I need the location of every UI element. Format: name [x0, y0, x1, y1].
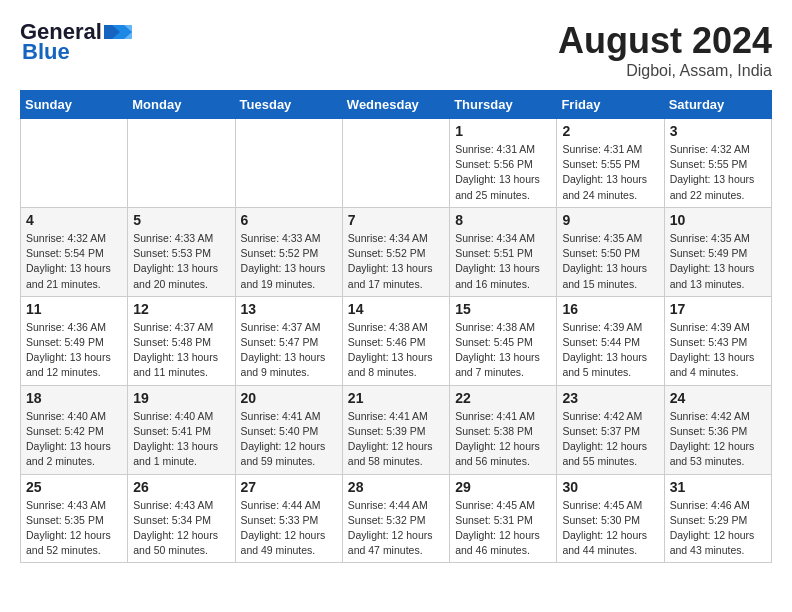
day-number: 19 [133, 390, 229, 406]
day-number: 3 [670, 123, 766, 139]
day-number: 15 [455, 301, 551, 317]
calendar-day: 30Sunrise: 4:45 AM Sunset: 5:30 PM Dayli… [557, 474, 664, 563]
calendar-day: 5Sunrise: 4:33 AM Sunset: 5:53 PM Daylig… [128, 207, 235, 296]
day-info: Sunrise: 4:41 AM Sunset: 5:39 PM Dayligh… [348, 409, 444, 470]
day-info: Sunrise: 4:45 AM Sunset: 5:30 PM Dayligh… [562, 498, 658, 559]
calendar-day: 6Sunrise: 4:33 AM Sunset: 5:52 PM Daylig… [235, 207, 342, 296]
day-info: Sunrise: 4:32 AM Sunset: 5:54 PM Dayligh… [26, 231, 122, 292]
day-info: Sunrise: 4:31 AM Sunset: 5:55 PM Dayligh… [562, 142, 658, 203]
weekday-header: Monday [128, 91, 235, 119]
day-number: 12 [133, 301, 229, 317]
day-info: Sunrise: 4:39 AM Sunset: 5:44 PM Dayligh… [562, 320, 658, 381]
calendar-week: 4Sunrise: 4:32 AM Sunset: 5:54 PM Daylig… [21, 207, 772, 296]
day-info: Sunrise: 4:42 AM Sunset: 5:36 PM Dayligh… [670, 409, 766, 470]
logo-icon [104, 25, 132, 41]
day-info: Sunrise: 4:40 AM Sunset: 5:42 PM Dayligh… [26, 409, 122, 470]
title-block: August 2024 Digboi, Assam, India [558, 20, 772, 80]
calendar-day: 21Sunrise: 4:41 AM Sunset: 5:39 PM Dayli… [342, 385, 449, 474]
day-info: Sunrise: 4:40 AM Sunset: 5:41 PM Dayligh… [133, 409, 229, 470]
calendar-day: 1Sunrise: 4:31 AM Sunset: 5:56 PM Daylig… [450, 119, 557, 208]
day-info: Sunrise: 4:32 AM Sunset: 5:55 PM Dayligh… [670, 142, 766, 203]
day-info: Sunrise: 4:37 AM Sunset: 5:47 PM Dayligh… [241, 320, 337, 381]
calendar-day: 3Sunrise: 4:32 AM Sunset: 5:55 PM Daylig… [664, 119, 771, 208]
day-info: Sunrise: 4:35 AM Sunset: 5:49 PM Dayligh… [670, 231, 766, 292]
calendar-day: 10Sunrise: 4:35 AM Sunset: 5:49 PM Dayli… [664, 207, 771, 296]
calendar-day: 9Sunrise: 4:35 AM Sunset: 5:50 PM Daylig… [557, 207, 664, 296]
day-number: 27 [241, 479, 337, 495]
day-number: 18 [26, 390, 122, 406]
calendar-day: 8Sunrise: 4:34 AM Sunset: 5:51 PM Daylig… [450, 207, 557, 296]
day-number: 9 [562, 212, 658, 228]
calendar-week: 1Sunrise: 4:31 AM Sunset: 5:56 PM Daylig… [21, 119, 772, 208]
logo-blue: Blue [20, 40, 70, 64]
calendar-day: 13Sunrise: 4:37 AM Sunset: 5:47 PM Dayli… [235, 296, 342, 385]
calendar-day: 18Sunrise: 4:40 AM Sunset: 5:42 PM Dayli… [21, 385, 128, 474]
day-number: 7 [348, 212, 444, 228]
calendar-week: 18Sunrise: 4:40 AM Sunset: 5:42 PM Dayli… [21, 385, 772, 474]
day-number: 1 [455, 123, 551, 139]
day-info: Sunrise: 4:41 AM Sunset: 5:40 PM Dayligh… [241, 409, 337, 470]
weekday-header: Wednesday [342, 91, 449, 119]
page-header: General Blue August 2024 Digboi, Assam, … [20, 20, 772, 80]
day-info: Sunrise: 4:36 AM Sunset: 5:49 PM Dayligh… [26, 320, 122, 381]
weekday-header: Thursday [450, 91, 557, 119]
calendar-day [21, 119, 128, 208]
calendar-day: 11Sunrise: 4:36 AM Sunset: 5:49 PM Dayli… [21, 296, 128, 385]
day-info: Sunrise: 4:42 AM Sunset: 5:37 PM Dayligh… [562, 409, 658, 470]
calendar-header: SundayMondayTuesdayWednesdayThursdayFrid… [21, 91, 772, 119]
day-number: 11 [26, 301, 122, 317]
day-info: Sunrise: 4:45 AM Sunset: 5:31 PM Dayligh… [455, 498, 551, 559]
weekday-header: Tuesday [235, 91, 342, 119]
day-info: Sunrise: 4:44 AM Sunset: 5:32 PM Dayligh… [348, 498, 444, 559]
weekday-header: Sunday [21, 91, 128, 119]
day-number: 13 [241, 301, 337, 317]
day-info: Sunrise: 4:46 AM Sunset: 5:29 PM Dayligh… [670, 498, 766, 559]
weekday-header: Saturday [664, 91, 771, 119]
day-info: Sunrise: 4:37 AM Sunset: 5:48 PM Dayligh… [133, 320, 229, 381]
calendar-body: 1Sunrise: 4:31 AM Sunset: 5:56 PM Daylig… [21, 119, 772, 563]
day-info: Sunrise: 4:34 AM Sunset: 5:51 PM Dayligh… [455, 231, 551, 292]
day-number: 31 [670, 479, 766, 495]
calendar-day: 22Sunrise: 4:41 AM Sunset: 5:38 PM Dayli… [450, 385, 557, 474]
weekday-header: Friday [557, 91, 664, 119]
day-info: Sunrise: 4:31 AM Sunset: 5:56 PM Dayligh… [455, 142, 551, 203]
day-number: 16 [562, 301, 658, 317]
calendar-day: 12Sunrise: 4:37 AM Sunset: 5:48 PM Dayli… [128, 296, 235, 385]
day-number: 17 [670, 301, 766, 317]
day-info: Sunrise: 4:44 AM Sunset: 5:33 PM Dayligh… [241, 498, 337, 559]
day-info: Sunrise: 4:34 AM Sunset: 5:52 PM Dayligh… [348, 231, 444, 292]
day-number: 14 [348, 301, 444, 317]
calendar-day: 15Sunrise: 4:38 AM Sunset: 5:45 PM Dayli… [450, 296, 557, 385]
calendar-day: 14Sunrise: 4:38 AM Sunset: 5:46 PM Dayli… [342, 296, 449, 385]
calendar-day [342, 119, 449, 208]
calendar-day: 24Sunrise: 4:42 AM Sunset: 5:36 PM Dayli… [664, 385, 771, 474]
month-year: August 2024 [558, 20, 772, 62]
logo: General Blue [20, 20, 132, 64]
day-number: 26 [133, 479, 229, 495]
day-number: 30 [562, 479, 658, 495]
calendar-day: 29Sunrise: 4:45 AM Sunset: 5:31 PM Dayli… [450, 474, 557, 563]
day-info: Sunrise: 4:41 AM Sunset: 5:38 PM Dayligh… [455, 409, 551, 470]
calendar-day: 23Sunrise: 4:42 AM Sunset: 5:37 PM Dayli… [557, 385, 664, 474]
day-number: 6 [241, 212, 337, 228]
calendar-day: 7Sunrise: 4:34 AM Sunset: 5:52 PM Daylig… [342, 207, 449, 296]
day-number: 28 [348, 479, 444, 495]
calendar-day: 31Sunrise: 4:46 AM Sunset: 5:29 PM Dayli… [664, 474, 771, 563]
day-info: Sunrise: 4:43 AM Sunset: 5:34 PM Dayligh… [133, 498, 229, 559]
calendar-week: 11Sunrise: 4:36 AM Sunset: 5:49 PM Dayli… [21, 296, 772, 385]
calendar-day: 26Sunrise: 4:43 AM Sunset: 5:34 PM Dayli… [128, 474, 235, 563]
day-number: 24 [670, 390, 766, 406]
day-number: 29 [455, 479, 551, 495]
day-number: 21 [348, 390, 444, 406]
calendar-day [128, 119, 235, 208]
calendar-day: 16Sunrise: 4:39 AM Sunset: 5:44 PM Dayli… [557, 296, 664, 385]
calendar-day: 25Sunrise: 4:43 AM Sunset: 5:35 PM Dayli… [21, 474, 128, 563]
calendar-day: 2Sunrise: 4:31 AM Sunset: 5:55 PM Daylig… [557, 119, 664, 208]
day-number: 25 [26, 479, 122, 495]
day-info: Sunrise: 4:33 AM Sunset: 5:52 PM Dayligh… [241, 231, 337, 292]
calendar-day: 27Sunrise: 4:44 AM Sunset: 5:33 PM Dayli… [235, 474, 342, 563]
calendar-day: 19Sunrise: 4:40 AM Sunset: 5:41 PM Dayli… [128, 385, 235, 474]
day-number: 23 [562, 390, 658, 406]
calendar: SundayMondayTuesdayWednesdayThursdayFrid… [20, 90, 772, 563]
day-number: 10 [670, 212, 766, 228]
